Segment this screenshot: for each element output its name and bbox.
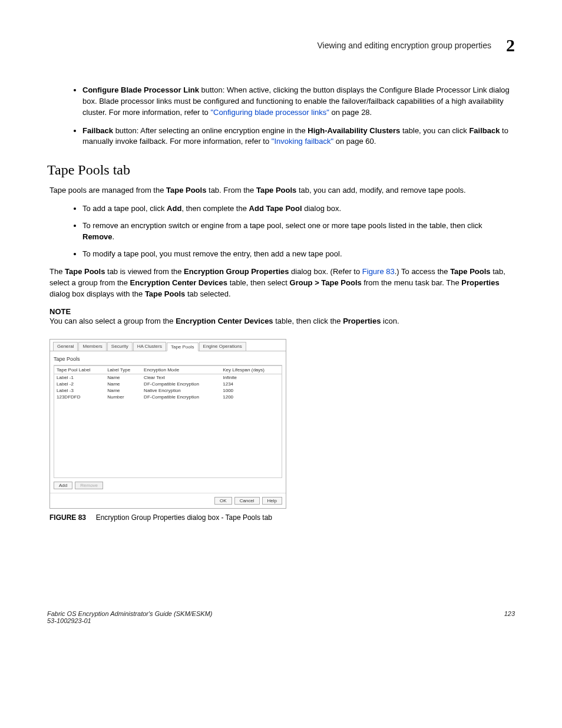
- bold-text: Properties: [461, 278, 499, 287]
- bold-text: Tape Pools: [145, 289, 185, 298]
- ok-button[interactable]: OK: [214, 497, 232, 505]
- body-text: To remove an encryption switch or engine…: [82, 221, 482, 230]
- tab-security[interactable]: Security: [107, 342, 133, 351]
- body-text: .) To access the: [395, 267, 450, 276]
- help-button[interactable]: Help: [262, 497, 282, 505]
- top-bullet-list: Configure Blade Processor Link button: W…: [47, 85, 515, 147]
- body-text: tab. From the: [206, 186, 256, 195]
- footer-doc-id: 53-1002923-01: [47, 617, 212, 624]
- tab-members[interactable]: Members: [78, 342, 106, 351]
- table-row[interactable]: Label -3 Name Native Encryption 1000: [54, 387, 282, 394]
- table-row[interactable]: 123DFDFD Number DF-Compatible Encryption…: [54, 394, 282, 400]
- body-text: button: After selecting an online encryp…: [113, 126, 308, 135]
- cell: Label -1: [54, 374, 105, 381]
- page-header: Viewing and editing encryption group pro…: [47, 35, 515, 55]
- link-invoking-failback[interactable]: "Invoking failback": [272, 137, 333, 146]
- cell: 1200: [220, 394, 282, 400]
- body-text: dialog box. (Refer to: [289, 267, 362, 276]
- body-text: dialog box.: [302, 204, 342, 213]
- tab-ha-clusters[interactable]: HA Clusters: [133, 342, 166, 351]
- cell: DF-Compatible Encryption: [141, 381, 220, 387]
- cell: 123DFDFD: [54, 394, 105, 400]
- cell: Infinite: [220, 374, 282, 381]
- cell: Name: [105, 381, 141, 387]
- col-tape-pool-label[interactable]: Tape Pool Label: [54, 365, 105, 374]
- table-row[interactable]: Label -2 Name DF-Compatible Encryption 1…: [54, 381, 282, 387]
- bold-text: Encryption Center Devices: [130, 278, 227, 287]
- body-text: on page 60.: [333, 137, 376, 146]
- bullet-add-pool: To add a tape pool, click Add, then comp…: [82, 203, 515, 215]
- bold-text: Tape Pools: [65, 267, 105, 276]
- bullet-remove-pool: To remove an encryption switch or engine…: [82, 220, 515, 243]
- note-label: NOTE: [49, 307, 515, 316]
- dialog-tabs: General Members Security HA Clusters Tap…: [50, 340, 286, 351]
- bold-text: High-Availability Clusters: [308, 126, 400, 135]
- dialog-action-row: Add Remove: [54, 482, 282, 489]
- body-text: To add a tape pool, click: [82, 204, 167, 213]
- body-text: table, then select: [227, 278, 290, 287]
- access-paragraph: The Tape Pools tab is viewed from the En…: [47, 266, 515, 300]
- bold-text: Encryption Center Devices: [176, 317, 273, 325]
- dialog-bottom-row: OK Cancel Help: [50, 493, 286, 508]
- bold-text: Encryption Group Properties: [184, 267, 289, 276]
- bold-text: Tape Pools: [256, 186, 296, 195]
- link-configuring-bpl[interactable]: "Configuring blade processor links": [210, 108, 329, 117]
- cell: 1000: [220, 387, 282, 394]
- bold-text: Tape Pools: [450, 267, 490, 276]
- cell: Native Encryption: [141, 387, 220, 394]
- body-text: table, then click the: [273, 317, 343, 325]
- body-text: .: [113, 232, 115, 241]
- page-footer: Fabric OS Encryption Administrator's Gui…: [47, 610, 515, 624]
- tape-pools-table-container: Tape Pool Label Label Type Encryption Mo…: [54, 365, 282, 478]
- bullet-modify-pool: To modify a tape pool, you must remove t…: [82, 249, 515, 260]
- bold-text: Add Tape Pool: [249, 204, 302, 213]
- cell: DF-Compatible Encryption: [141, 394, 220, 400]
- bullet-failback: Failback button: After selecting an onli…: [82, 126, 515, 148]
- figure-caption: FIGURE 83 Encryption Group Properties di…: [49, 513, 515, 522]
- cell: 1234: [220, 381, 282, 387]
- body-text: table, you can click: [400, 126, 469, 135]
- tab-general[interactable]: General: [53, 342, 78, 351]
- table-row[interactable]: Label -1 Name Clear Text Infinite: [54, 374, 282, 381]
- section-heading: Tape Pools tab: [47, 162, 515, 178]
- body-text: icon.: [381, 317, 399, 325]
- add-button[interactable]: Add: [54, 482, 72, 489]
- dialog-encryption-group-properties: General Members Security HA Clusters Tap…: [49, 339, 286, 509]
- bold-text: Configure Blade Processor Link: [82, 85, 199, 94]
- body-text: , then complete the: [181, 204, 249, 213]
- tape-pools-table: Tape Pool Label Label Type Encryption Mo…: [54, 365, 282, 400]
- header-title: Viewing and editing encryption group pro…: [318, 41, 492, 50]
- intro-paragraph: Tape pools are managed from the Tape Poo…: [47, 185, 515, 196]
- col-encryption-mode[interactable]: Encryption Mode: [141, 365, 220, 374]
- bold-text: Properties: [343, 317, 381, 325]
- footer-left: Fabric OS Encryption Administrator's Gui…: [47, 610, 212, 624]
- cell: Name: [105, 374, 141, 381]
- bold-text: Remove: [82, 232, 113, 241]
- body-text: on page 28.: [329, 108, 372, 117]
- body-text: tab selected.: [185, 289, 230, 298]
- tab-engine-operations[interactable]: Engine Operations: [199, 342, 246, 351]
- link-figure-83[interactable]: Figure 83: [362, 267, 395, 276]
- col-key-lifespan[interactable]: Key Lifespan (days): [220, 365, 282, 374]
- figure-text: Encryption Group Properties dialog box -…: [96, 513, 272, 522]
- note-body: You can also select a group from the Enc…: [49, 316, 515, 327]
- body-text: tab, you can add, modify, and remove tap…: [296, 186, 465, 195]
- dialog-body: Tape Pools Tape Pool Label Label Type En…: [50, 351, 286, 493]
- tab-tape-pools[interactable]: Tape Pools: [167, 342, 199, 351]
- bold-text: Group > Tape Pools: [290, 278, 362, 287]
- bold-text: Failback: [82, 126, 113, 135]
- figure-label: FIGURE 83: [49, 513, 86, 522]
- bullet-configure-bpl: Configure Blade Processor Link button: W…: [82, 85, 515, 118]
- cell: Label -2: [54, 381, 105, 387]
- body-text: from the menu task bar. The: [362, 278, 462, 287]
- bold-text: Add: [167, 204, 181, 213]
- cell: Number: [105, 394, 141, 400]
- chapter-number: 2: [506, 35, 515, 55]
- footer-page-number: 123: [504, 610, 515, 624]
- sub-bullet-list: To add a tape pool, click Add, then comp…: [47, 203, 515, 259]
- bold-text: Failback: [469, 126, 500, 135]
- cell: Clear Text: [141, 374, 220, 381]
- remove-button[interactable]: Remove: [75, 482, 103, 489]
- col-label-type[interactable]: Label Type: [105, 365, 141, 374]
- cancel-button[interactable]: Cancel: [234, 497, 260, 505]
